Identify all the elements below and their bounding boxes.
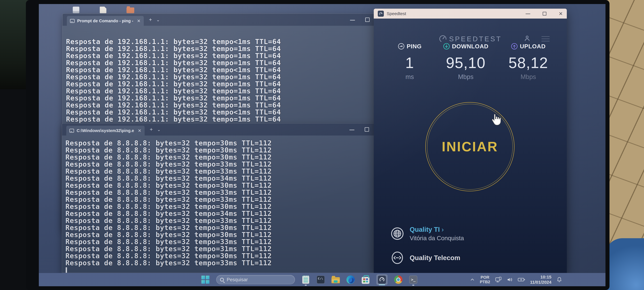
- keyboard-layout: PTB2: [480, 280, 490, 284]
- terminal-line: Resposta de 8.8.8.8: bytes=32 tempo=30ms…: [66, 231, 412, 238]
- download-value: 95,10: [434, 54, 497, 72]
- terminal-line: Resposta de 192.168.1.1: bytes=32 tempo=…: [66, 52, 412, 59]
- taskbar-notepad-button[interactable]: [302, 275, 310, 284]
- clock[interactable]: 10:15 11/01/2024: [530, 274, 552, 285]
- language-indicator[interactable]: POR PTB2: [480, 275, 490, 284]
- language-code: POR: [480, 275, 490, 280]
- volume-icon[interactable]: [506, 277, 513, 283]
- cmd-tab-icon: [70, 19, 74, 23]
- desktop-icon-pc[interactable]: [73, 7, 79, 13]
- speedtest-window: Speedtest — ✕ SPEEDTEST: [374, 9, 567, 273]
- taskbar-cmd-button[interactable]: C:\: [316, 275, 325, 284]
- close-button[interactable]: ✕: [559, 11, 563, 17]
- new-tab-button[interactable]: +: [149, 17, 152, 23]
- edge-icon: [346, 275, 355, 284]
- upload-unit: Mbps: [497, 73, 559, 80]
- speedtest-logo-text: SPEEDTEST: [449, 35, 502, 43]
- terminal-line: Resposta de 8.8.8.8: bytes=32 tempo=33ms…: [66, 189, 412, 196]
- maximize-button[interactable]: [543, 12, 546, 16]
- chevron-right-icon: ›: [442, 225, 444, 233]
- laptop-bezel: Prompt de Comando - ping - ✕ + ⌄ — Respo…: [26, 0, 610, 290]
- photo-background: Prompt de Comando - ping - ✕ + ⌄ — Respo…: [0, 0, 644, 290]
- terminal-line: Resposta de 192.168.1.1: bytes=32 tempo=…: [66, 88, 412, 95]
- speedtest-app-icon: [378, 11, 384, 17]
- running-indicator: [412, 285, 414, 286]
- running-indicator: [305, 285, 307, 286]
- terminal-line: Resposta de 8.8.8.8: bytes=32 tempo=34ms…: [66, 175, 412, 182]
- maximize-button[interactable]: [365, 127, 369, 132]
- start-button[interactable]: [201, 275, 210, 284]
- tab-close-icon[interactable]: ✕: [136, 128, 141, 133]
- menu-icon[interactable]: [542, 36, 550, 43]
- server-info: Quality Telecom: [390, 251, 460, 265]
- globe-icon: [390, 227, 404, 240]
- notepad-icon: [302, 276, 309, 284]
- tab-dropdown-icon[interactable]: ⌄: [156, 17, 160, 22]
- terminal-line: Resposta de 192.168.1.1: bytes=32 tempo=…: [66, 45, 412, 52]
- tab-close-icon[interactable]: ✕: [136, 19, 140, 24]
- tab-ping-exe[interactable]: C:\Windows\system32\ping.e ✕: [66, 126, 144, 136]
- upload-result: UPLOAD 58,12 Mbps: [497, 43, 559, 80]
- search-input[interactable]: Pesquisar: [216, 275, 295, 284]
- isp-location: Vitória da Conquista: [410, 235, 464, 242]
- taskbar-file-explorer-button[interactable]: [332, 275, 340, 284]
- microsoft-store-icon: [362, 277, 370, 284]
- new-tab-button[interactable]: +: [150, 126, 153, 132]
- active-app-indicator: [379, 284, 385, 285]
- terminal-line: Resposta de 192.168.1.1: bytes=32 tempo=…: [66, 95, 412, 102]
- terminal-line: Resposta de 8.8.8.8: bytes=32 tempo=33ms…: [66, 161, 412, 168]
- mouse-cursor-hand: [490, 113, 502, 127]
- taskbar-chrome-button[interactable]: [394, 275, 402, 284]
- terminal-line: Resposta de 8.8.8.8: bytes=32 tempo=30ms…: [66, 140, 412, 147]
- terminal-output: Resposta de 192.168.1.1: bytes=32 tempo<…: [62, 26, 412, 129]
- terminal-line: Resposta de 192.168.1.1: bytes=32 tempo=…: [66, 73, 412, 80]
- terminal-line: Resposta de 192.168.1.1: bytes=32 tempo<…: [66, 66, 412, 73]
- terminal-line: Resposta de 8.8.8.8: bytes=32 tempo=33ms…: [66, 168, 412, 175]
- ping-result: PING 1 ms: [385, 43, 434, 80]
- speedtest-icon: [378, 276, 386, 284]
- terminal-line: Resposta de 8.8.8.8: bytes=32 tempo=30ms…: [66, 182, 412, 189]
- minimize-button[interactable]: —: [350, 17, 355, 23]
- terminal-line: Resposta de 8.8.8.8: bytes=32 tempo=34ms…: [66, 210, 412, 217]
- window-title: Speedtest: [387, 11, 406, 16]
- taskbar-store-button[interactable]: [362, 275, 370, 284]
- speedtest-results: PING 1 ms DOWNLOAD 95,10 Mbps: [385, 43, 559, 80]
- download-label: DOWNLOAD: [452, 43, 488, 50]
- speedtest-logo: SPEEDTEST: [439, 35, 502, 43]
- ping-value: 1: [385, 54, 434, 72]
- speedtest-titlebar: Speedtest — ✕: [374, 9, 567, 19]
- terminal-line: Resposta de 8.8.8.8: bytes=32 tempo=30ms…: [66, 252, 412, 259]
- minimize-button[interactable]: —: [526, 11, 530, 16]
- server-icon: [390, 251, 404, 265]
- terminal-line: Resposta de 8.8.8.8: bytes=32 tempo=30ms…: [66, 154, 412, 161]
- text-cursor: [66, 267, 67, 273]
- taskbar-terminal-button[interactable]: >_: [409, 275, 418, 284]
- user-account-icon[interactable]: [524, 34, 531, 42]
- isp-link[interactable]: Quality TI ›: [410, 225, 464, 233]
- gauge-icon: [439, 35, 447, 43]
- terminal-icon: >_: [409, 276, 417, 284]
- terminal-line: Resposta de 192.168.1.1: bytes=32 tempo<…: [66, 109, 412, 116]
- tab-bar: C:\Windows\system32\ping.e ✕ + ⌄ —: [62, 123, 412, 136]
- tab-prompt-de-comando[interactable]: Prompt de Comando - ping - ✕: [67, 16, 144, 26]
- download-result: DOWNLOAD 95,10 Mbps: [434, 43, 497, 80]
- taskbar-edge-button[interactable]: [346, 275, 355, 284]
- taskbar-speedtest-button[interactable]: [376, 275, 388, 284]
- download-icon: [443, 43, 450, 50]
- cmd-tab-icon: [70, 129, 74, 133]
- start-test-label: INICIAR: [442, 139, 498, 154]
- tab-dropdown-icon[interactable]: ⌄: [157, 127, 161, 132]
- terminal-line: Resposta de 192.168.1.1: bytes=32 tempo=…: [66, 59, 412, 66]
- notifications-bell-icon[interactable]: [556, 276, 562, 283]
- minimize-button[interactable]: —: [350, 127, 354, 132]
- desktop-icon-folder[interactable]: [126, 8, 134, 13]
- upload-label: UPLOAD: [520, 43, 546, 50]
- isp-info: Quality TI › Vitória da Conquista: [390, 225, 464, 242]
- battery-charging-icon[interactable]: [518, 277, 525, 283]
- terminal-line: Resposta de 8.8.8.8: bytes=32 tempo=33ms…: [66, 217, 412, 224]
- command-prompt-icon: C:\: [317, 276, 325, 284]
- network-icon[interactable]: [495, 277, 502, 283]
- maximize-button[interactable]: [365, 18, 370, 22]
- desktop-icon-document[interactable]: [100, 7, 106, 13]
- tray-chevron-up-icon[interactable]: [470, 277, 475, 282]
